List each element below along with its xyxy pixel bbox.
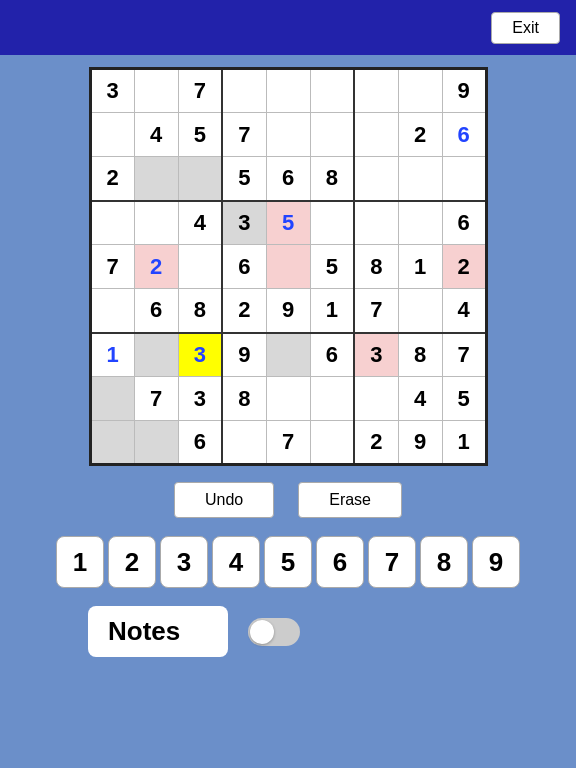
cell-1-4[interactable] [266,113,310,157]
erase-button[interactable]: Erase [298,482,402,518]
cell-2-0[interactable]: 2 [90,157,134,201]
cell-5-3[interactable]: 2 [222,289,266,333]
cell-7-0[interactable] [90,377,134,421]
cell-4-0[interactable]: 7 [90,245,134,289]
cell-0-4[interactable] [266,69,310,113]
number-btn-8[interactable]: 8 [420,536,468,588]
notes-toggle[interactable] [248,618,300,646]
cell-1-7[interactable]: 2 [398,113,442,157]
cell-0-3[interactable] [222,69,266,113]
cell-5-6[interactable]: 7 [354,289,398,333]
cell-5-7[interactable] [398,289,442,333]
cell-1-6[interactable] [354,113,398,157]
cell-7-7[interactable]: 4 [398,377,442,421]
cell-6-7[interactable]: 8 [398,333,442,377]
cell-1-0[interactable] [90,113,134,157]
number-btn-3[interactable]: 3 [160,536,208,588]
controls: Undo Erase [0,482,576,518]
cell-8-5[interactable] [310,421,354,465]
cell-0-8[interactable]: 9 [442,69,486,113]
cell-7-3[interactable]: 8 [222,377,266,421]
cell-5-8[interactable]: 4 [442,289,486,333]
cell-2-6[interactable] [354,157,398,201]
cell-5-2[interactable]: 8 [178,289,222,333]
number-btn-1[interactable]: 1 [56,536,104,588]
cell-4-1[interactable]: 2 [134,245,178,289]
cell-3-3[interactable]: 3 [222,201,266,245]
cell-5-4[interactable]: 9 [266,289,310,333]
number-btn-5[interactable]: 5 [264,536,312,588]
cell-6-5[interactable]: 6 [310,333,354,377]
number-btn-7[interactable]: 7 [368,536,416,588]
exit-button[interactable]: Exit [491,12,560,44]
cell-5-5[interactable]: 1 [310,289,354,333]
cell-7-1[interactable]: 7 [134,377,178,421]
cell-2-7[interactable] [398,157,442,201]
cell-3-2[interactable]: 4 [178,201,222,245]
cell-0-0[interactable]: 3 [90,69,134,113]
cell-6-3[interactable]: 9 [222,333,266,377]
cell-8-6[interactable]: 2 [354,421,398,465]
cell-5-1[interactable]: 6 [134,289,178,333]
cell-3-8[interactable]: 6 [442,201,486,245]
cell-3-4[interactable]: 5 [266,201,310,245]
cell-8-0[interactable] [90,421,134,465]
cell-3-6[interactable] [354,201,398,245]
cell-1-3[interactable]: 7 [222,113,266,157]
cell-2-3[interactable]: 5 [222,157,266,201]
number-btn-6[interactable]: 6 [316,536,364,588]
number-btn-9[interactable]: 9 [472,536,520,588]
cell-8-2[interactable]: 6 [178,421,222,465]
cell-4-7[interactable]: 1 [398,245,442,289]
cell-1-2[interactable]: 5 [178,113,222,157]
cell-3-7[interactable] [398,201,442,245]
cell-6-8[interactable]: 7 [442,333,486,377]
cell-8-1[interactable] [134,421,178,465]
cell-1-8[interactable]: 6 [442,113,486,157]
cell-8-3[interactable] [222,421,266,465]
cell-2-1[interactable] [134,157,178,201]
notes-row: Notes [88,606,576,657]
header: Exit [0,0,576,55]
number-btn-2[interactable]: 2 [108,536,156,588]
cell-8-8[interactable]: 1 [442,421,486,465]
cell-0-5[interactable] [310,69,354,113]
cell-1-5[interactable] [310,113,354,157]
cell-0-1[interactable] [134,69,178,113]
cell-7-4[interactable] [266,377,310,421]
cell-7-6[interactable] [354,377,398,421]
number-btn-4[interactable]: 4 [212,536,260,588]
cell-0-7[interactable] [398,69,442,113]
cell-2-2[interactable] [178,157,222,201]
cell-6-4[interactable] [266,333,310,377]
number-picker: 123456789 [0,536,576,588]
cell-6-2[interactable]: 3 [178,333,222,377]
cell-8-4[interactable]: 7 [266,421,310,465]
cell-6-0[interactable]: 1 [90,333,134,377]
cell-4-4[interactable] [266,245,310,289]
cell-6-1[interactable] [134,333,178,377]
sudoku-grid: 3794572625684356726581268291741396387738… [89,67,488,466]
cell-1-1[interactable]: 4 [134,113,178,157]
cell-0-2[interactable]: 7 [178,69,222,113]
notes-label: Notes [88,606,228,657]
cell-2-4[interactable]: 6 [266,157,310,201]
cell-4-2[interactable] [178,245,222,289]
cell-3-1[interactable] [134,201,178,245]
cell-4-3[interactable]: 6 [222,245,266,289]
cell-5-0[interactable] [90,289,134,333]
cell-4-8[interactable]: 2 [442,245,486,289]
cell-0-6[interactable] [354,69,398,113]
cell-7-8[interactable]: 5 [442,377,486,421]
cell-2-8[interactable] [442,157,486,201]
cell-8-7[interactable]: 9 [398,421,442,465]
cell-3-5[interactable] [310,201,354,245]
cell-3-0[interactable] [90,201,134,245]
cell-7-5[interactable] [310,377,354,421]
cell-2-5[interactable]: 8 [310,157,354,201]
cell-4-6[interactable]: 8 [354,245,398,289]
cell-6-6[interactable]: 3 [354,333,398,377]
undo-button[interactable]: Undo [174,482,274,518]
cell-4-5[interactable]: 5 [310,245,354,289]
cell-7-2[interactable]: 3 [178,377,222,421]
